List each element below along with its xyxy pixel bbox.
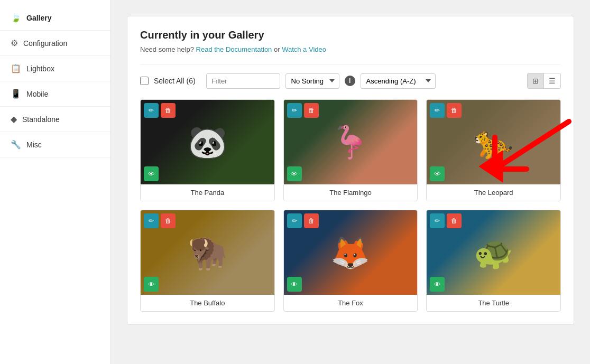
gallery-item-image-turtle: 🐢 ✏ 🗑 👁 [427,210,560,295]
order-select[interactable]: Ascending (A-Z) Descending (Z-A) [361,73,436,89]
gallery-item-flamingo: 🦩 ✏ 🗑 👁 The Flamingo [283,99,418,201]
sidebar-item-label: Misc [26,141,42,149]
edit-button-panda[interactable]: ✏ [144,103,159,118]
sidebar-item-label: Mobile [26,90,48,98]
select-all-label: Select All (6) [154,77,196,85]
sidebar: 🍃 Gallery ⚙ Configuration 📋 Lightbox 📱 M… [0,0,111,364]
wrench-icon: 🔧 [11,139,21,150]
content-box: Currently in your Gallery Need some help… [127,16,574,325]
view-toggle: ⊞ ☰ [527,73,561,89]
video-link[interactable]: Watch a Video [282,45,326,53]
delete-button-panda[interactable]: 🗑 [161,103,176,118]
item-actions-buffalo: ✏ 🗑 [144,213,176,228]
gallery-grid: 🐼 ✏ 🗑 👁 The Panda 🦩 ✏ [140,99,561,312]
gallery-item-title-fox: The Fox [284,295,418,311]
sort-select-wrapper: No Sorting Title Date Random [285,73,339,89]
gear-icon: ⚙ [11,38,18,48]
gallery-item-image-leopard: 🐆 ✏ 🗑 👁 [427,100,560,184]
gallery-item-panda: 🐼 ✏ 🗑 👁 The Panda [140,99,275,201]
item-actions-fox: ✏ 🗑 [287,213,319,228]
sidebar-item-mobile[interactable]: 📱 Mobile [0,81,110,107]
preview-button-leopard[interactable]: 👁 [430,166,445,181]
list-view-button[interactable]: ☰ [544,73,560,88]
gallery-item-leopard: 🐆 ✏ 🗑 👁 The Leopard [426,99,561,201]
item-actions-leopard: ✏ 🗑 [430,103,462,118]
sidebar-item-label: Lightbox [26,64,54,73]
delete-button-buffalo[interactable]: 🗑 [161,213,176,228]
leopard-emoji: 🐆 [474,124,513,161]
gallery-item-image-buffalo: 🦬 ✏ 🗑 👁 [141,210,274,295]
sidebar-item-label: Configuration [23,39,67,48]
select-all-checkbox[interactable] [140,77,149,85]
edit-button-fox[interactable]: ✏ [287,213,302,228]
sidebar-item-misc[interactable]: 🔧 Misc [0,132,110,157]
help-text: Need some help? Read the Documentation o… [140,45,561,53]
gallery-item-image-fox: 🦊 ✏ 🗑 👁 [284,210,418,295]
buffalo-emoji: 🦬 [188,234,227,272]
turtle-emoji: 🐢 [474,234,513,272]
preview-button-flamingo[interactable]: 👁 [287,166,302,181]
gallery-item-title-turtle: The Turtle [427,295,560,311]
order-select-wrapper: Ascending (A-Z) Descending (Z-A) [361,73,436,89]
delete-button-fox[interactable]: 🗑 [304,213,319,228]
panda-emoji: 🐼 [188,124,227,161]
sidebar-item-lightbox[interactable]: 📋 Lightbox [0,56,110,81]
gallery-item-image-panda: 🐼 ✏ 🗑 👁 [141,100,274,184]
mobile-icon: 📱 [11,89,21,99]
gallery-item-title-panda: The Panda [141,184,274,201]
preview-button-fox[interactable]: 👁 [287,277,302,292]
doc-link[interactable]: Read the Documentation [196,45,272,53]
gallery-item-fox: 🦊 ✏ 🗑 👁 The Fox [283,210,418,312]
item-actions-panda: ✏ 🗑 [144,103,176,118]
sidebar-item-label: Gallery [26,14,51,22]
edit-button-leopard[interactable]: ✏ [430,103,445,118]
gallery-item-image-flamingo: 🦩 ✏ 🗑 👁 [284,100,418,184]
gallery-item-title-buffalo: The Buffalo [141,295,274,311]
sidebar-item-label: Standalone [22,115,60,124]
edit-button-buffalo[interactable]: ✏ [144,213,159,228]
lightbox-icon: 📋 [11,63,21,73]
gallery-item-buffalo: 🦬 ✏ 🗑 👁 The Buffalo [140,210,275,312]
info-icon[interactable]: i [345,76,355,86]
preview-button-buffalo[interactable]: 👁 [144,277,159,292]
edit-button-flamingo[interactable]: ✏ [287,103,302,118]
main-wrapper: Currently in your Gallery Need some help… [111,0,590,364]
sidebar-item-configuration[interactable]: ⚙ Configuration [0,31,110,56]
gallery-item-title-flamingo: The Flamingo [284,184,418,201]
gallery-item-turtle: 🐢 ✏ 🗑 👁 The Turtle [426,210,561,312]
page-title: Currently in your Gallery [140,29,561,41]
delete-button-leopard[interactable]: 🗑 [447,103,462,118]
delete-button-turtle[interactable]: 🗑 [447,213,462,228]
grid-view-button[interactable]: ⊞ [528,73,544,88]
main-content: Currently in your Gallery Need some help… [111,0,590,364]
edit-button-turtle[interactable]: ✏ [430,213,445,228]
sort-select[interactable]: No Sorting Title Date Random [285,73,339,89]
delete-button-flamingo[interactable]: 🗑 [304,103,319,118]
sidebar-item-gallery[interactable]: 🍃 Gallery [0,5,110,31]
divider [140,64,561,64]
preview-button-turtle[interactable]: 👁 [430,277,445,292]
preview-button-panda[interactable]: 👁 [144,166,159,181]
item-actions-turtle: ✏ 🗑 [430,213,462,228]
diamond-icon: ◆ [11,114,17,124]
item-actions-flamingo: ✏ 🗑 [287,103,319,118]
flamingo-emoji: 🦩 [330,124,370,161]
leaf-icon: 🍃 [11,13,21,23]
sidebar-item-standalone[interactable]: ◆ Standalone [0,107,110,132]
filter-input[interactable] [206,73,280,89]
toolbar: Select All (6) No Sorting Title Date Ran… [140,73,561,89]
fox-emoji: 🦊 [330,234,370,272]
gallery-item-title-leopard: The Leopard [427,184,560,201]
